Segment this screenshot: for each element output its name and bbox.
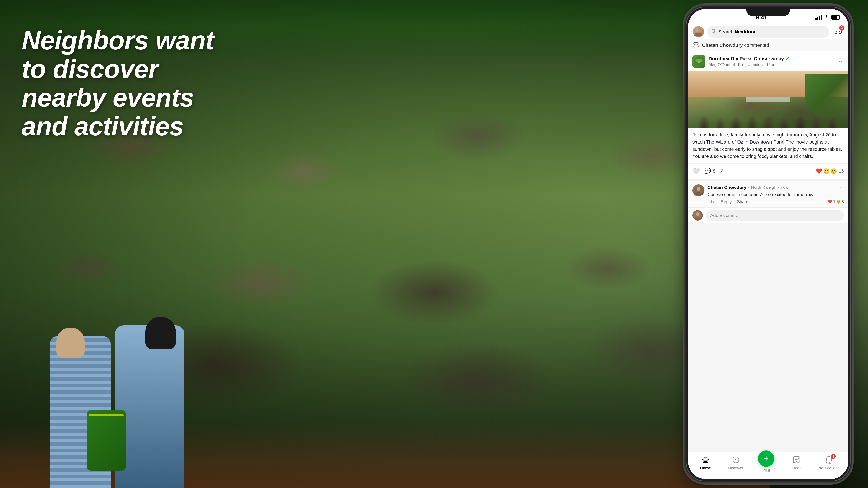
- post-time: 12hr: [766, 62, 774, 67]
- post-actions-row: 🤍 💬 8 ↗ ❤️ 😢 😊 16: [688, 163, 848, 180]
- hero-text-block: Neighbors want to discover nearby events…: [22, 26, 217, 140]
- nav-icon-notifications-wrap: 8: [823, 455, 835, 464]
- add-comment-row: Add a comn...: [688, 207, 848, 223]
- messages-button[interactable]: 3: [832, 26, 844, 38]
- comment-location: ·: [748, 185, 749, 190]
- nav-item-discover[interactable]: Discover: [727, 455, 745, 470]
- commenter-avatar[interactable]: [692, 184, 704, 196]
- post-author: Meg O'Donnell: [709, 62, 736, 67]
- signal-bars: [815, 15, 822, 20]
- svg-point-16: [735, 459, 737, 460]
- backpack: [87, 410, 126, 470]
- comment-reactions: ❤️ 1 😊 3: [828, 199, 844, 204]
- comment-reaction-heart: ❤️: [828, 200, 832, 204]
- wifi-icon: [824, 14, 829, 20]
- comment-section: Chetan Chowdury · North Raleigh · now ··…: [688, 181, 848, 207]
- discover-icon: [732, 456, 740, 464]
- battery-tip: [840, 16, 840, 19]
- post-body: Join us for a free, family-friendly movi…: [688, 128, 848, 163]
- svg-point-8: [695, 59, 699, 62]
- nav-item-post[interactable]: + Post: [757, 455, 775, 473]
- reaction-total: 16: [839, 168, 844, 174]
- svg-point-6: [839, 31, 840, 32]
- comment-button[interactable]: 💬 8: [704, 166, 719, 176]
- nav-item-home[interactable]: Home: [697, 455, 714, 470]
- post-fab-icon: +: [764, 454, 769, 463]
- search-icon: [711, 29, 716, 35]
- comment-reaction-count: 3: [841, 199, 844, 204]
- comment-item: Chetan Chowdury · North Raleigh · now ··…: [688, 181, 848, 207]
- reaction-happy: 😊: [831, 168, 837, 174]
- signal-bar-1: [815, 18, 816, 20]
- reactions-area: ❤️ 😢 😊 16: [816, 168, 844, 174]
- status-icons: [815, 14, 840, 20]
- current-user-avatar: [692, 210, 703, 221]
- comment-header: Chetan Chowdury · North Raleigh · now ··…: [707, 184, 844, 190]
- comment-reply-button[interactable]: Reply: [721, 199, 732, 204]
- svg-line-3: [715, 32, 716, 33]
- notifier-name: Chetan Chowdury: [702, 42, 743, 48]
- comment-content: Chetan Chowdury · North Raleigh · now ··…: [707, 184, 844, 204]
- nav-item-notifications[interactable]: 8 Notifications: [818, 455, 840, 470]
- post-card: Dorothea Dix Parks Conservancy ✓ Meg O'D…: [688, 52, 848, 181]
- svg-point-9: [699, 59, 702, 62]
- phone-notch: [746, 7, 790, 16]
- comment-location-text: North Raleigh: [751, 185, 776, 190]
- avatar-image: [693, 26, 704, 37]
- share-icon: ↗: [719, 167, 724, 174]
- comment-reaction-smile: 😊: [836, 200, 841, 204]
- reaction-heart: ❤️: [816, 168, 822, 174]
- signal-bar-2: [817, 17, 818, 20]
- post-subtitle: Meg O'Donnell, Programming · 12hr: [709, 62, 832, 67]
- search-box[interactable]: Search Nextdoor: [707, 26, 829, 37]
- post-role: Programming: [738, 62, 763, 67]
- post-meta: Dorothea Dix Parks Conservancy ✓ Meg O'D…: [709, 56, 832, 67]
- nav-label-finds: Finds: [792, 466, 801, 470]
- nav-label-discover: Discover: [728, 466, 743, 470]
- comment-actions: Like Reply Share ❤️ 1 😊 3: [707, 199, 844, 204]
- headline: Neighbors want to discover nearby events…: [22, 26, 217, 140]
- home-icon: [702, 456, 709, 463]
- nav-item-finds[interactable]: Finds: [788, 455, 805, 470]
- post-text: Join us for a free, family-friendly movi…: [692, 131, 844, 160]
- backpack-strap: [89, 414, 124, 416]
- phone-device: 9:41: [686, 6, 850, 482]
- reaction-sad: 😢: [823, 168, 830, 174]
- search-brand: Nextdoor: [735, 29, 756, 34]
- org-name: Dorothea Dix Parks Conservancy: [709, 56, 784, 62]
- phone-frame: 9:41: [686, 6, 850, 482]
- svg-point-5: [838, 31, 838, 32]
- messages-badge: 3: [839, 25, 844, 31]
- org-avatar[interactable]: [692, 55, 706, 68]
- comment-count: 8: [713, 168, 715, 174]
- tree-right: [805, 73, 848, 117]
- add-comment-placeholder: Add a comn...: [710, 213, 739, 218]
- svg-point-13: [696, 212, 700, 216]
- nav-label-post: Post: [762, 468, 770, 473]
- like-button[interactable]: 🤍: [692, 166, 704, 176]
- current-user-img: [694, 212, 702, 219]
- search-bar-row: Search Nextdoor 3: [688, 24, 848, 41]
- comment-icon: 💬: [704, 167, 711, 174]
- battery-fill: [832, 16, 837, 19]
- add-comment-input[interactable]: Add a comn...: [706, 210, 844, 221]
- post-fab-button[interactable]: +: [758, 451, 774, 467]
- signal-bar-4: [821, 15, 822, 20]
- comment-notification: 💬 Chetan Chowdury commented: [688, 39, 848, 52]
- nav-icon-home-wrap: [700, 455, 711, 464]
- comment-time-value: now: [781, 185, 788, 190]
- feed-scroll-area[interactable]: 💬 Chetan Chowdury commented: [688, 39, 848, 453]
- comment-share-button[interactable]: Share: [737, 199, 748, 204]
- post-more-button[interactable]: ···: [835, 58, 844, 65]
- share-button[interactable]: ↗: [719, 166, 727, 176]
- nav-label-home: Home: [700, 466, 711, 470]
- user-avatar[interactable]: [692, 26, 704, 38]
- comment-like-button[interactable]: Like: [707, 199, 715, 204]
- nav-label-notifications: Notifications: [818, 466, 840, 470]
- nav-icon-finds-wrap: [790, 455, 803, 464]
- commenter-name: Chetan Chowdury: [707, 185, 746, 190]
- phone-screen: 9:41: [688, 9, 848, 479]
- post-header: Dorothea Dix Parks Conservancy ✓ Meg O'D…: [688, 52, 848, 71]
- notification-text: Chetan Chowdury commented: [702, 42, 769, 48]
- comment-more-button[interactable]: ···: [840, 184, 844, 190]
